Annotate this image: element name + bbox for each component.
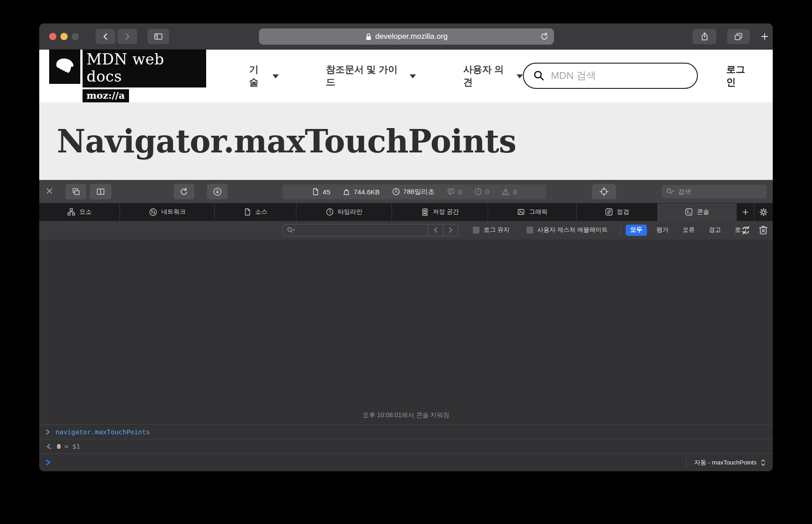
address-bar[interactable]: developer.mozilla.org — [259, 28, 554, 45]
tab-graphics[interactable]: 그래픽 — [488, 203, 577, 221]
stat-console-messages: 0 — [447, 188, 462, 196]
dock-icon — [71, 187, 80, 196]
clear-console-icon[interactable] — [758, 225, 768, 235]
console-command-row[interactable]: navigator.maxTouchPoints — [39, 424, 773, 439]
return-value-icon — [46, 443, 52, 450]
safari-window: developer.mozilla.org — [39, 23, 773, 471]
hierarchy-icon — [67, 208, 75, 216]
resource-stats-bar[interactable]: 45 744.6KB 786밀리초 0 — [282, 184, 546, 199]
console-filter-field[interactable] — [282, 224, 458, 236]
export-button[interactable] — [207, 184, 228, 199]
page-title: Navigator.maxTouchPoints — [57, 122, 516, 160]
nav-feedback[interactable]: 사용자 의견 — [463, 63, 523, 88]
find-previous-button[interactable] — [428, 225, 443, 236]
dock-to-window-button[interactable] — [65, 184, 86, 199]
sidebar-toggle-button[interactable] — [148, 29, 169, 44]
graphics-icon — [517, 208, 525, 216]
mozilla-wordmark: moz://a — [83, 89, 129, 102]
caret-down-icon — [410, 74, 416, 78]
find-next-button[interactable] — [443, 225, 458, 236]
split-view-button[interactable] — [90, 184, 111, 199]
crosshair-icon — [599, 187, 609, 197]
tab-overview-button[interactable] — [727, 29, 750, 44]
new-tab-button[interactable] — [756, 29, 773, 44]
mdn-logo[interactable]: MDN web docs moz://a — [49, 50, 206, 102]
filter-errors[interactable]: 오류 — [678, 225, 699, 236]
close-inspector-icon[interactable] — [46, 187, 53, 195]
reload-icon[interactable] — [540, 32, 549, 41]
stepper-icon — [761, 459, 766, 467]
storage-icon — [421, 208, 429, 216]
mdn-nav: 기술 참조문서 및 가이드 사용자 의견 — [249, 63, 523, 88]
audit-icon — [605, 208, 613, 216]
console-result-row[interactable]: 0 = $1 — [39, 439, 773, 453]
chevron-right-icon — [46, 429, 51, 435]
search-scope-icon — [283, 227, 300, 234]
forward-button[interactable] — [117, 29, 137, 44]
filter-warnings[interactable]: 경고 — [704, 225, 725, 236]
mdn-search-input[interactable] — [551, 70, 692, 82]
console-input-row[interactable]: 자동 - maxTouchPoints — [39, 453, 773, 471]
plus-icon — [742, 209, 749, 216]
console-filter-pills: 모두 평가 오류 경고 로그 — [626, 225, 752, 236]
inspector-tab-bar: 요소 네트워크 소스 타임라인 저장 공간 — [39, 203, 773, 221]
stat-warnings: 0 — [501, 188, 517, 196]
document-icon — [312, 188, 319, 196]
nav-references-guides[interactable]: 참조문서 및 가이드 — [326, 63, 416, 88]
console-log-area[interactable]: 오후 10:08:01에서 콘솔 지워짐 — [39, 239, 773, 424]
share-button[interactable] — [692, 29, 716, 44]
filter-all[interactable]: 모두 — [626, 225, 647, 236]
tab-timelines[interactable]: 타임라인 — [296, 203, 392, 221]
inspector-search-field[interactable] — [662, 185, 766, 198]
tab-audit[interactable]: 점검 — [577, 203, 658, 221]
divider — [686, 458, 687, 468]
timeline-icon — [326, 208, 334, 216]
tab-network[interactable]: 네트워크 — [120, 203, 215, 221]
console-panel: 오후 10:08:01에서 콘솔 지워짐 navigator.maxTouchP… — [39, 239, 773, 471]
caret-down-icon — [517, 74, 523, 78]
inspector-toolbar: 45 744.6KB 786밀리초 0 — [39, 180, 773, 203]
reload-icon — [180, 187, 189, 197]
minimize-window-button[interactable] — [60, 33, 68, 40]
share-icon — [701, 32, 709, 41]
sidebar-icon — [153, 32, 163, 41]
search-scope-icon — [666, 188, 675, 195]
network-icon — [149, 208, 157, 216]
execution-context-selector[interactable]: 자동 - maxTouchPoints — [686, 454, 766, 471]
gear-icon — [759, 208, 768, 216]
browser-titlebar: developer.mozilla.org — [39, 23, 773, 50]
console-command-text: navigator.maxTouchPoints — [55, 428, 150, 436]
download-icon — [213, 187, 222, 196]
mdn-dino-icon — [49, 50, 80, 84]
issue-icon — [474, 188, 482, 196]
element-picker-button[interactable] — [592, 184, 616, 199]
refresh-console-icon[interactable] — [741, 225, 751, 235]
mdn-logo-title: MDN web docs — [83, 50, 207, 87]
inspector-settings-button[interactable] — [754, 203, 773, 221]
tab-storage[interactable]: 저장 공간 — [392, 203, 488, 221]
console-icon — [685, 208, 693, 216]
stat-resources: 45 — [312, 188, 330, 196]
mdn-search-box[interactable] — [523, 63, 698, 89]
emulate-user-gesture-checkbox[interactable]: 사용자 제스처 에뮬레이트 — [526, 221, 608, 239]
add-tab-button[interactable] — [737, 203, 754, 221]
chevron-left-icon — [102, 32, 109, 41]
url-text: developer.mozilla.org — [375, 32, 448, 41]
caret-down-icon — [272, 74, 279, 78]
back-button[interactable] — [96, 29, 115, 44]
inspector-search-input[interactable] — [678, 188, 762, 195]
tab-elements[interactable]: 요소 — [39, 203, 120, 221]
nav-technologies[interactable]: 기술 — [249, 63, 278, 88]
login-link[interactable]: 로그인 — [726, 63, 754, 88]
reload-page-button[interactable] — [174, 184, 194, 199]
tab-sources[interactable]: 소스 — [215, 203, 296, 221]
split-view-icon — [96, 187, 105, 196]
tab-console[interactable]: 콘솔 — [658, 203, 737, 221]
tabs-overview-icon — [734, 32, 743, 41]
filter-evaluations[interactable]: 평가 — [652, 225, 673, 236]
close-window-button[interactable] — [49, 33, 56, 40]
clock-icon — [392, 188, 400, 196]
zoom-window-button[interactable] — [72, 33, 79, 40]
weight-icon — [342, 188, 351, 196]
keep-log-checkbox[interactable]: 로그 유지 — [473, 221, 510, 239]
